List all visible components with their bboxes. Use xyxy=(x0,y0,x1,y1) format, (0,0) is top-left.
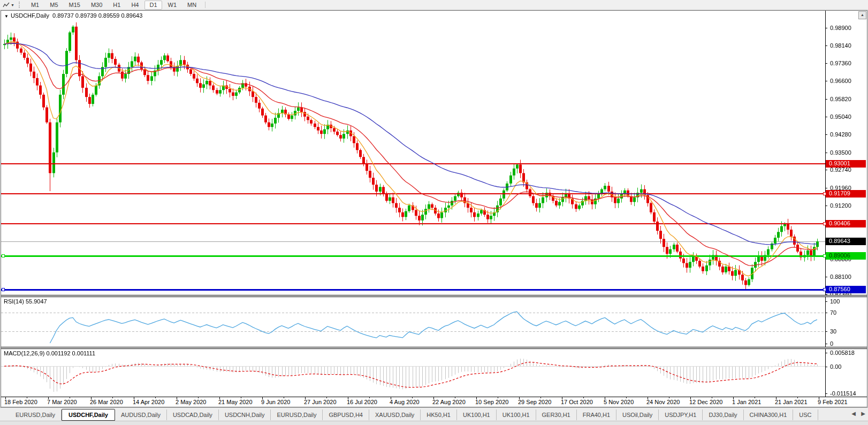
status-bar xyxy=(0,421,868,425)
date-tick-minor xyxy=(583,397,584,398)
date-label: 24 Nov 2020 xyxy=(646,399,680,405)
timeframe-button-m1[interactable]: M1 xyxy=(26,1,44,10)
chart-tab-usdcnh-daily[interactable]: USDCNH,Daily xyxy=(219,409,271,420)
chart-tab-uk100-h1[interactable]: UK100,H1 xyxy=(497,409,536,420)
date-label: 4 Aug 2020 xyxy=(390,399,420,405)
date-tick-minor xyxy=(326,397,327,398)
chart-tab-dj30-daily[interactable]: DJ30,Daily xyxy=(703,409,743,420)
chart-tab-bar: EURUSD,DailyUSDCHF,DailyAUDUSD,DailyUSDC… xyxy=(0,407,868,421)
date-tick-minor xyxy=(112,397,113,398)
date-tick-minor xyxy=(241,397,241,398)
date-tick-minor xyxy=(155,397,156,398)
date-label: 12 Dec 2020 xyxy=(689,399,722,405)
chart-tab-eurusd-daily[interactable]: EURUSD,Daily xyxy=(10,409,62,420)
chart-tab-audusd-daily[interactable]: AUDUSD,Daily xyxy=(115,409,167,420)
chart-tab-uk100-h1[interactable]: UK100,H1 xyxy=(457,409,497,420)
chart-tab-ger30-h1[interactable]: GER30,H1 xyxy=(536,409,577,420)
date-tick-minor xyxy=(540,397,541,398)
price-chart-canvas[interactable] xyxy=(1,11,866,295)
date-label: 2 May 2020 xyxy=(176,399,206,405)
chart-title: ▼USDCHF,Daily0.89737 0.89739 0.89559 0.8… xyxy=(4,12,142,19)
chart-tab-usdcad-daily[interactable]: USDCAD,Daily xyxy=(167,409,219,420)
date-tick-minor xyxy=(626,397,627,398)
date-tick-minor xyxy=(669,397,669,398)
date-tick-minor xyxy=(455,397,455,398)
date-label: 21 May 2020 xyxy=(218,399,253,405)
indicator-cursor-icon[interactable] xyxy=(2,1,10,9)
date-tick-minor xyxy=(797,397,798,398)
chart-tab-fra40-h1[interactable]: FRA40,H1 xyxy=(577,409,616,420)
date-tick-minor xyxy=(498,397,498,398)
date-label: 14 Apr 2020 xyxy=(133,399,164,405)
timeframe-button-m5[interactable]: M5 xyxy=(45,1,63,10)
date-label: 1 Jan 2021 xyxy=(732,399,761,405)
chart-tab-usdjpy-h1[interactable]: USDJPY,H1 xyxy=(659,409,703,420)
date-label: 21 Jan 2021 xyxy=(775,399,808,405)
tab-scroll-right-icon[interactable]: ▶ xyxy=(860,411,866,416)
date-label: 27 Jun 2020 xyxy=(304,399,337,405)
date-label: 18 Feb 2020 xyxy=(4,399,37,405)
toolbar-drag-handle[interactable] xyxy=(19,2,22,8)
date-tick-minor xyxy=(712,397,712,398)
date-label: 22 Aug 2020 xyxy=(432,399,466,405)
chart-tab-usc[interactable]: USC xyxy=(793,409,818,420)
date-tick-minor xyxy=(70,397,70,398)
timeframe-button-m15[interactable]: M15 xyxy=(64,1,85,10)
date-tick-minor xyxy=(755,397,755,398)
date-tick-minor xyxy=(27,397,27,398)
chart-tab-china300-h1[interactable]: CHINA300,H1 xyxy=(744,409,794,420)
date-label: 26 Mar 2020 xyxy=(90,399,123,405)
date-tick-minor xyxy=(284,397,284,398)
symbol-collapse-icon[interactable]: ▼ xyxy=(4,14,9,19)
date-tick-minor xyxy=(369,397,370,398)
chart-tab-xauusd-daily[interactable]: XAUUSD,Daily xyxy=(369,409,421,420)
chart-tab-hk50-h1[interactable]: HK50,H1 xyxy=(421,409,457,420)
price-chart-pane: ▼USDCHF,Daily0.89737 0.89739 0.89559 0.8… xyxy=(1,11,867,295)
date-label: 29 Sep 2020 xyxy=(518,399,551,405)
chart-window: ▼USDCHF,Daily0.89737 0.89739 0.89559 0.8… xyxy=(1,10,867,407)
macd-pane: MACD(12,26,9) 0.001192 0.001111 xyxy=(1,348,867,397)
chart-tab-gbpusd-h4[interactable]: GBPUSD,H4 xyxy=(323,409,369,420)
date-tick-minor xyxy=(198,397,199,398)
macd-canvas[interactable] xyxy=(1,349,866,397)
chart-tab-usoil-daily[interactable]: USOil,Daily xyxy=(616,409,659,420)
chart-tab-usdchf-daily[interactable]: USDCHF,Daily xyxy=(62,409,115,421)
date-label: 9 Feb 2021 xyxy=(818,399,848,405)
chart-tab-eurusd-daily[interactable]: EURUSD,Daily xyxy=(271,409,323,420)
timeframe-button-h4[interactable]: H4 xyxy=(126,1,143,10)
date-label: 5 Nov 2020 xyxy=(604,399,634,405)
timeframe-button-h1[interactable]: H1 xyxy=(108,1,125,10)
chart-symbol-label: USDCHF,Daily xyxy=(11,12,49,19)
timeframe-button-mn[interactable]: MN xyxy=(182,1,201,10)
date-label: 17 Oct 2020 xyxy=(561,399,593,405)
date-axis[interactable]: 18 Feb 20207 Mar 202026 Mar 202014 Apr 2… xyxy=(1,397,867,407)
rsi-pane: RSI(14) 55.9047 xyxy=(1,297,867,347)
date-label: 7 Mar 2020 xyxy=(47,399,77,405)
date-label: 9 Jun 2020 xyxy=(261,399,290,405)
chart-scroll-up-button[interactable]: ▲ xyxy=(858,11,866,19)
chart-ohlc-values: 0.89737 0.89739 0.89559 0.89643 xyxy=(52,12,142,19)
date-tick-minor xyxy=(412,397,413,398)
timeframe-button-d1[interactable]: D1 xyxy=(144,1,162,10)
rsi-canvas[interactable] xyxy=(1,297,866,347)
macd-label: MACD(12,26,9) 0.001192 0.001111 xyxy=(4,350,95,356)
rsi-label: RSI(14) 55.9047 xyxy=(4,298,47,305)
tab-scroll-arrows: ◀ ▶ xyxy=(850,411,866,416)
chevron-down-icon[interactable]: ▼ xyxy=(11,3,14,7)
date-label: 10 Sep 2020 xyxy=(475,399,508,405)
timeframe-toolbar: ▼ M1M5M15M30H1H4D1W1MN xyxy=(0,0,868,10)
timeframe-buttons: M1M5M15M30H1H4D1W1MN xyxy=(26,1,202,10)
tab-scroll-left-icon[interactable]: ◀ xyxy=(850,411,857,416)
trading-terminal: { "toolbar": { "timeframes": ["M1","M5",… xyxy=(0,0,868,425)
timeframe-button-w1[interactable]: W1 xyxy=(163,1,182,10)
toolbar-separator xyxy=(205,2,205,8)
date-label: 16 Jul 2020 xyxy=(347,399,377,405)
timeframe-button-m30[interactable]: M30 xyxy=(86,1,107,10)
